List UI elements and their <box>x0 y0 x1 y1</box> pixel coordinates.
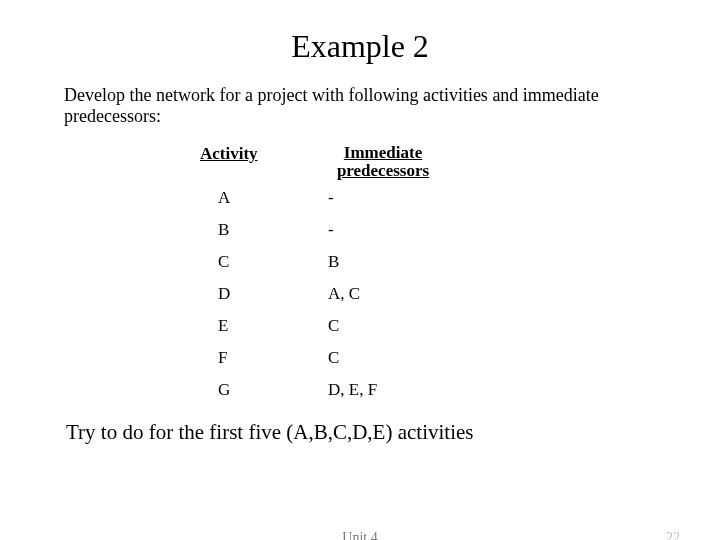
closing-text: Try to do for the first five (A,B,C,D,E)… <box>66 420 720 445</box>
table-row: D A, C <box>200 278 458 310</box>
table-row: G D, E, F <box>200 374 458 406</box>
page-number: 22 <box>666 530 680 540</box>
cell-activity: A <box>200 182 318 214</box>
cell-activity: B <box>200 214 318 246</box>
activities-table-wrap: Activity Immediate predecessors A - B - … <box>200 144 720 406</box>
page-title: Example 2 <box>0 28 720 65</box>
intro-text: Develop the network for a project with f… <box>64 85 660 126</box>
table-row: A - <box>200 182 458 214</box>
cell-activity: G <box>200 374 318 406</box>
cell-pred: - <box>318 214 458 246</box>
table-header-row: Activity Immediate predecessors <box>200 144 458 182</box>
cell-activity: F <box>200 342 318 374</box>
cell-pred: C <box>318 310 458 342</box>
header-predecessors: Immediate predecessors <box>318 144 458 182</box>
cell-activity: D <box>200 278 318 310</box>
table-row: E C <box>200 310 458 342</box>
table-row: B - <box>200 214 458 246</box>
cell-pred: D, E, F <box>318 374 458 406</box>
table-row: C B <box>200 246 458 278</box>
cell-activity: E <box>200 310 318 342</box>
cell-activity: C <box>200 246 318 278</box>
activities-table: Activity Immediate predecessors A - B - … <box>200 144 458 406</box>
slide: Example 2 Develop the network for a proj… <box>0 28 720 540</box>
header-activity: Activity <box>200 144 318 182</box>
footer-center: Unit 4 <box>0 530 720 540</box>
cell-pred: A, C <box>318 278 458 310</box>
table-row: F C <box>200 342 458 374</box>
cell-pred: C <box>318 342 458 374</box>
cell-pred: B <box>318 246 458 278</box>
cell-pred: - <box>318 182 458 214</box>
